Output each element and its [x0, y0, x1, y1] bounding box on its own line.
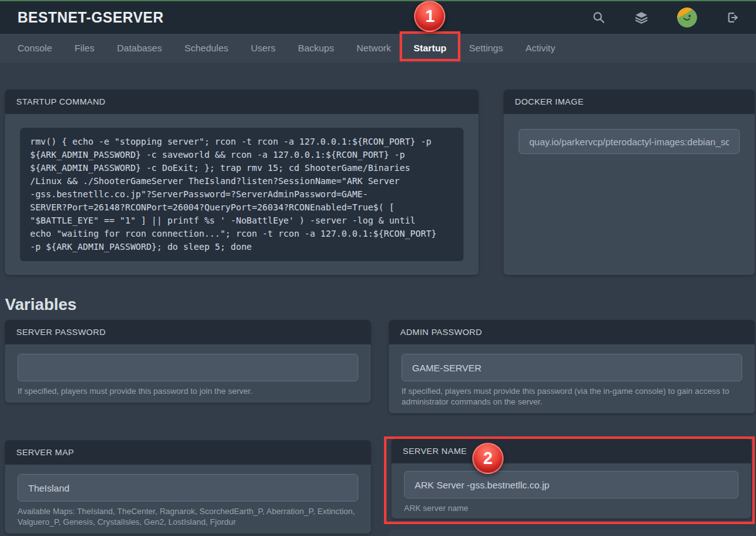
server-title: BESTNET-GSERVER [18, 9, 163, 26]
tab-users[interactable]: Users [240, 34, 287, 63]
app-header: BESTNET-GSERVER [0, 1, 756, 34]
tab-startup[interactable]: Startup 1 [402, 34, 458, 63]
server-name-panel: SERVER NAME ARK server name [391, 439, 751, 518]
server-name-help: ARK server name [404, 503, 738, 513]
tab-files[interactable]: Files [63, 34, 106, 63]
active-tab-underline [405, 59, 455, 61]
tab-databases[interactable]: Databases [106, 34, 173, 63]
user-avatar[interactable] [677, 8, 697, 28]
annotation-box-2: 2 SERVER NAME ARK server name [384, 436, 755, 524]
tab-console[interactable]: Console [6, 34, 63, 63]
server-map-title: SERVER MAP [5, 440, 371, 465]
variables-right-column: ADMIN PASSWORD If specified, players mus… [389, 320, 755, 536]
startup-command-panel: STARTUP COMMAND rmv() { echo -e "stoppin… [5, 90, 479, 275]
tab-backups[interactable]: Backups [287, 34, 346, 63]
admin-password-input[interactable] [401, 354, 742, 381]
search-icon[interactable] [592, 11, 606, 24]
variables-heading: Variables [5, 295, 755, 314]
tab-network[interactable]: Network [345, 34, 402, 63]
admin-password-title: ADMIN PASSWORD [389, 320, 755, 344]
server-password-title: SERVER PASSWORD [5, 320, 371, 344]
server-password-help: If specified, players must provide this … [18, 386, 358, 396]
logout-icon[interactable] [726, 11, 740, 24]
tab-schedules[interactable]: Schedules [173, 34, 239, 63]
server-map-input[interactable] [18, 474, 358, 502]
server-password-input[interactable] [18, 354, 358, 381]
next-variable-panel-partial [389, 529, 755, 536]
tab-activity[interactable]: Activity [514, 34, 567, 63]
server-map-help: Available Maps: TheIsland, TheCenter, Ra… [18, 506, 358, 527]
variables-left-column: SERVER PASSWORD If specified, players mu… [5, 320, 371, 533]
server-name-input[interactable] [404, 471, 738, 498]
startup-page: STARTUP COMMAND rmv() { echo -e "stoppin… [0, 63, 756, 536]
admin-password-help: If specified, players must provide this … [401, 386, 742, 407]
startup-command-text: rmv() { echo -e "stopping server"; rcon … [20, 128, 463, 261]
admin-password-panel: ADMIN PASSWORD If specified, players mus… [389, 320, 755, 413]
startup-command-title: STARTUP COMMAND [5, 90, 479, 114]
tab-settings[interactable]: Settings [458, 34, 514, 63]
header-icons [592, 8, 740, 28]
server-name-title: SERVER NAME [391, 439, 751, 463]
server-map-panel: SERVER MAP Available Maps: TheIsland, Th… [5, 440, 371, 533]
tab-startup-label: Startup [413, 43, 447, 53]
docker-image-title: DOCKER IMAGE [504, 90, 755, 114]
server-tab-bar: Console Files Databases Schedules Users … [0, 34, 756, 63]
docker-image-input [519, 129, 740, 154]
layers-icon[interactable] [634, 11, 648, 24]
docker-image-panel: DOCKER IMAGE [504, 90, 755, 275]
server-password-panel: SERVER PASSWORD If specified, players mu… [5, 320, 371, 403]
